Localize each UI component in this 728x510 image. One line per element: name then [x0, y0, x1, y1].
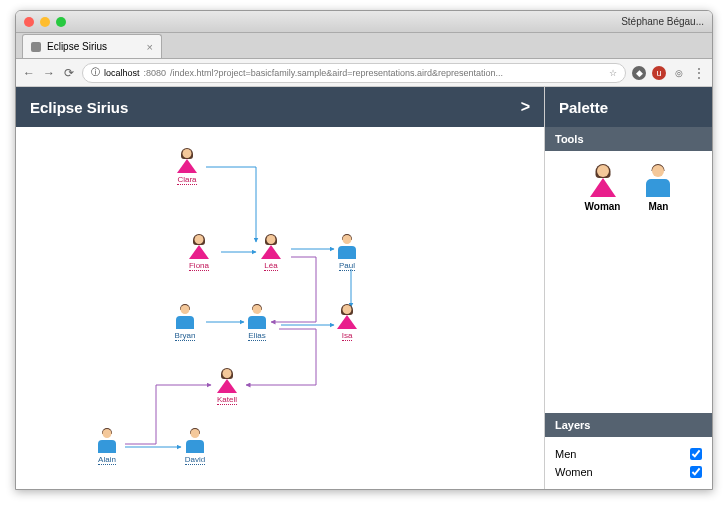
- titlebar: Stéphane Bégau...: [16, 11, 712, 33]
- content: Eclipse Sirius >: [16, 87, 712, 489]
- tools-section-header: Tools: [545, 127, 712, 151]
- node-katell[interactable]: Katell: [216, 369, 238, 405]
- tool-label: Woman: [585, 201, 621, 212]
- node-elias[interactable]: Elias: [246, 305, 268, 341]
- layer-women: Women: [555, 463, 702, 481]
- profile-name[interactable]: Stéphane Bégau...: [621, 16, 704, 27]
- maximize-icon[interactable]: [56, 17, 66, 27]
- node-label: Elias: [248, 331, 265, 341]
- palette-spacer: [545, 226, 712, 413]
- tool-man[interactable]: Man: [644, 165, 672, 212]
- layer-men-checkbox[interactable]: [690, 448, 702, 460]
- node-label: Clara: [177, 175, 196, 185]
- expand-icon[interactable]: >: [521, 98, 530, 116]
- tool-label: Man: [644, 201, 672, 212]
- adblock-icon[interactable]: u: [652, 66, 666, 80]
- extension-icon[interactable]: ◆: [632, 66, 646, 80]
- node-label: Isa: [342, 331, 353, 341]
- palette-panel: Palette Tools Woman Man Layers Men: [544, 87, 712, 489]
- menu-icon[interactable]: ⋮: [692, 66, 706, 80]
- tools-body: Woman Man: [545, 151, 712, 226]
- url-port: :8080: [144, 68, 167, 78]
- layer-men: Men: [555, 445, 702, 463]
- layer-label: Men: [555, 448, 576, 460]
- node-label: Léa: [264, 261, 277, 271]
- app-title: Eclipse Sirius: [30, 99, 128, 116]
- main-header: Eclipse Sirius >: [16, 87, 544, 127]
- favicon-icon: [31, 42, 41, 52]
- node-label: Bryan: [175, 331, 196, 341]
- info-icon: ⓘ: [91, 66, 100, 79]
- close-icon[interactable]: [24, 17, 34, 27]
- node-clara[interactable]: Clara: [176, 149, 198, 185]
- extension-icon[interactable]: ◎: [672, 66, 686, 80]
- layer-label: Women: [555, 466, 593, 478]
- node-fiona[interactable]: Fiona: [188, 235, 210, 271]
- tool-woman[interactable]: Woman: [585, 165, 621, 212]
- tab-bar: Eclipse Sirius ×: [16, 33, 712, 59]
- node-bryan[interactable]: Bryan: [174, 305, 196, 341]
- node-david[interactable]: David: [184, 429, 206, 465]
- window-controls: [24, 17, 66, 27]
- node-label: Fiona: [189, 261, 209, 271]
- layers-section-header: Layers: [545, 413, 712, 437]
- minimize-icon[interactable]: [40, 17, 50, 27]
- close-tab-icon[interactable]: ×: [147, 41, 153, 53]
- star-icon[interactable]: ☆: [609, 68, 617, 78]
- node-lea[interactable]: Léa: [260, 235, 282, 271]
- node-label: David: [185, 455, 205, 465]
- tab-title: Eclipse Sirius: [47, 41, 107, 52]
- browser-tab[interactable]: Eclipse Sirius ×: [22, 34, 162, 58]
- browser-window: Stéphane Bégau... Eclipse Sirius × ← → ⟳…: [15, 10, 713, 490]
- palette-header: Palette: [545, 87, 712, 127]
- url-input[interactable]: ⓘ localhost:8080/index.html?project=basi…: [82, 63, 626, 83]
- layer-women-checkbox[interactable]: [690, 466, 702, 478]
- node-isa[interactable]: Isa: [336, 305, 358, 341]
- url-path: /index.html?project=basicfamily.sample&a…: [170, 68, 503, 78]
- address-bar: ← → ⟳ ⓘ localhost:8080/index.html?projec…: [16, 59, 712, 87]
- reload-icon[interactable]: ⟳: [62, 66, 76, 80]
- main-panel: Eclipse Sirius >: [16, 87, 544, 489]
- node-label: Paul: [339, 261, 355, 271]
- node-alain[interactable]: Alain: [96, 429, 118, 465]
- forward-icon[interactable]: →: [42, 66, 56, 80]
- node-label: Katell: [217, 395, 237, 405]
- node-paul[interactable]: Paul: [336, 235, 358, 271]
- node-label: Alain: [98, 455, 116, 465]
- diagram-canvas[interactable]: Clara Fiona Léa Paul Bryan: [16, 127, 544, 489]
- back-icon[interactable]: ←: [22, 66, 36, 80]
- url-host: localhost: [104, 68, 140, 78]
- layers-body: Men Women: [545, 437, 712, 489]
